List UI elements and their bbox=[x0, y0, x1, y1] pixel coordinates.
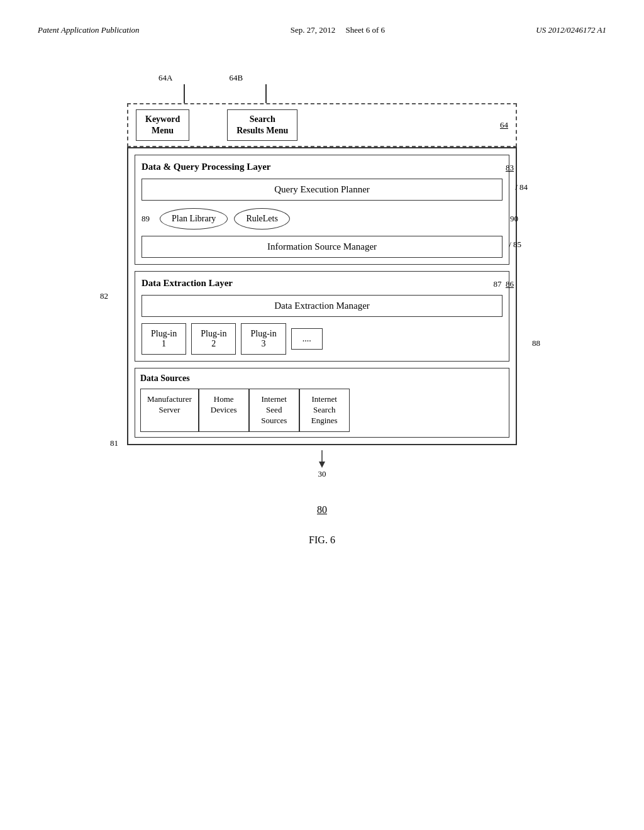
header-date-sheet: Sep. 27, 2012 Sheet 6 of 6 bbox=[291, 25, 385, 35]
search-results-menu-box: SearchResults Menu bbox=[227, 109, 297, 141]
ref-30-area: 30 bbox=[127, 450, 517, 479]
internet-search-engines-label: InternetSearchEngines bbox=[311, 394, 338, 425]
ism-title: Information Source Manager bbox=[267, 241, 377, 252]
diagram-container: 64A 64B KeywordMenu bbox=[127, 73, 517, 479]
del-layer: Data Extraction Layer 87 86 Data Extract… bbox=[135, 271, 509, 362]
arrow-30-svg bbox=[313, 450, 331, 469]
dqp-layer-title: Data & Query Processing Layer bbox=[142, 162, 271, 172]
svg-marker-3 bbox=[319, 462, 325, 468]
plugin2-label: Plug-in2 bbox=[201, 329, 226, 348]
header-date: Sep. 27, 2012 bbox=[291, 25, 336, 35]
dqp-layer: Data & Query Processing Layer 83 Query E… bbox=[135, 155, 509, 265]
ref-88-label: 88 bbox=[532, 338, 540, 348]
connector-area bbox=[127, 84, 517, 103]
plugin3-box: Plug-in3 bbox=[241, 323, 286, 355]
outer-box: 82 Data & Query Processing Layer 83 Quer… bbox=[127, 147, 517, 445]
plugin-row: Plug-in1 Plug-in2 Plug-in3 .... bbox=[142, 323, 502, 355]
ref-64b-label: 64B bbox=[229, 73, 243, 83]
page: Patent Application Publication Sep. 27, … bbox=[0, 0, 644, 830]
ref-83-label: 83 bbox=[506, 163, 514, 173]
plugin1-box: Plug-in1 bbox=[142, 323, 186, 355]
home-devices-box: HomeDevices bbox=[199, 389, 249, 432]
menu-bar-wrapper: KeywordMenu SearchResults Menu 64 bbox=[127, 103, 517, 147]
page-header: Patent Application Publication Sep. 27, … bbox=[38, 25, 606, 35]
header-sheet: Sheet 6 of 6 bbox=[346, 25, 385, 35]
ref-30-label: 30 bbox=[318, 469, 326, 479]
ds-boxes-row: ManufacturerServer HomeDevices InternetS… bbox=[140, 389, 504, 432]
plugin3-label: Plug-in3 bbox=[250, 329, 276, 348]
ref-85-label: / 85 bbox=[509, 240, 521, 250]
home-devices-label: HomeDevices bbox=[211, 394, 237, 414]
dots-box: .... bbox=[291, 328, 323, 350]
qep-box: Query Execution Planner bbox=[142, 179, 502, 201]
manufacturer-server-box: ManufacturerServer bbox=[140, 389, 199, 432]
internet-search-engines-box: InternetSearchEngines bbox=[299, 389, 350, 432]
ref-81-label: 81 bbox=[110, 438, 118, 448]
ref-90-label: 90 bbox=[510, 214, 518, 224]
keyword-menu-box: KeywordMenu bbox=[136, 109, 189, 141]
search-results-menu-label: SearchResults Menu bbox=[236, 114, 288, 135]
internet-seed-sources-label: InternetSeedSources bbox=[261, 394, 287, 425]
data-sources-title: Data Sources bbox=[140, 374, 504, 384]
plan-library-label: Plan Library bbox=[172, 214, 216, 223]
ism-box: Information Source Manager bbox=[142, 236, 502, 258]
fig-label: FIG. 6 bbox=[309, 534, 335, 546]
manufacturer-server-label: ManufacturerServer bbox=[147, 394, 192, 414]
bottom-labels: 80 FIG. 6 bbox=[309, 492, 335, 546]
ref-82-label: 82 bbox=[100, 291, 108, 301]
ref-87-86-labels: 87 86 bbox=[494, 279, 514, 289]
connector-svg bbox=[127, 84, 517, 103]
plan-rule-row: 89 Plan Library RuleLets 90 bbox=[142, 208, 502, 230]
rulelets-label: RuleLets bbox=[246, 214, 278, 223]
header-patent-number: US 2012/0246172 A1 bbox=[536, 25, 606, 35]
header-publication: Patent Application Publication bbox=[38, 25, 140, 35]
diagram-area: 64A 64B KeywordMenu bbox=[38, 73, 606, 546]
dem-box: Data Extraction Manager bbox=[142, 295, 502, 317]
keyword-menu-label: KeywordMenu bbox=[145, 114, 180, 135]
ref-80-label: 80 bbox=[317, 504, 327, 516]
menu-bar: KeywordMenu SearchResults Menu 64 bbox=[127, 103, 517, 147]
plan-library-box: Plan Library bbox=[160, 208, 228, 230]
data-sources-section: Data Sources ManufacturerServer HomeDevi… bbox=[135, 368, 509, 438]
qep-title: Query Execution Planner bbox=[274, 184, 370, 194]
dem-title: Data Extraction Manager bbox=[274, 301, 370, 311]
ref-64: 64 bbox=[500, 120, 508, 130]
ref-84-label: / 84 bbox=[515, 182, 528, 192]
del-layer-title: Data Extraction Layer bbox=[142, 278, 233, 289]
internet-seed-sources-box: InternetSeedSources bbox=[249, 389, 299, 432]
rulelets-box: RuleLets bbox=[234, 208, 290, 230]
ref-89-label: 89 bbox=[142, 214, 150, 224]
dots-label: .... bbox=[303, 334, 311, 343]
ref-64a-label: 64A bbox=[158, 73, 172, 83]
plugin2-box: Plug-in2 bbox=[191, 323, 236, 355]
plugin1-label: Plug-in1 bbox=[151, 329, 177, 348]
